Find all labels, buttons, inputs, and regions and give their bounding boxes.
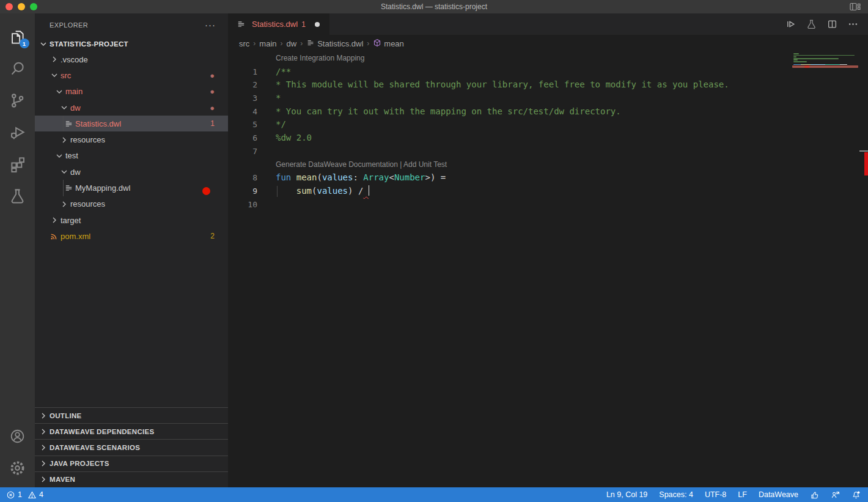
tree-item-label: dw [70, 103, 81, 113]
tree-item-target[interactable]: target [35, 212, 228, 228]
line-number[interactable]: 1 [228, 65, 257, 79]
section-title: DATAWEAVE SCENARIOS [50, 444, 140, 451]
tree-item-project-root[interactable]: STATISTICS-PROJECT [35, 37, 228, 51]
warning-icon [28, 490, 37, 500]
sidebar-section-java-projects[interactable]: JAVA PROJECTS [35, 456, 228, 471]
line-content [257, 198, 276, 212]
codelens-action[interactable]: Create Integration Mapping [276, 52, 868, 65]
project-name: STATISTICS-PROJECT [50, 40, 128, 48]
minimize-window-button[interactable] [18, 3, 25, 10]
tree-item-resources[interactable]: resources [35, 196, 228, 212]
feedback-thumbsup-icon[interactable] [810, 490, 819, 500]
close-window-button[interactable] [6, 3, 13, 10]
code-line-3: 3* [228, 92, 868, 105]
codelens-action[interactable]: Generate DataWeave Documentation | Add U… [276, 158, 868, 172]
minimap-error-line [792, 65, 858, 67]
tree-item-src[interactable]: src● [35, 67, 228, 83]
code-lines[interactable]: Create Integration Mapping1/**2* This mo… [228, 52, 868, 211]
tree-item-label: resources [70, 135, 105, 144]
breadcrumb-item-src[interactable]: src [239, 39, 249, 48]
problems-indicator[interactable]: 1 4 [6, 490, 43, 500]
sidebar-section-outline[interactable]: OUTLINE [35, 407, 228, 423]
source-control-icon[interactable] [4, 84, 32, 116]
status-item-ln-9-col-19[interactable]: Ln 9, Col 19 [606, 490, 647, 499]
tree-item-label: Statistics.dwl [75, 119, 121, 128]
status-bar-right: Ln 9, Col 19Spaces: 4UTF-8LFDataWeave [606, 490, 861, 500]
minimap-line [793, 61, 807, 62]
more-actions-icon[interactable] [848, 19, 858, 29]
sidebar-section-dataweave-scenarios[interactable]: DATAWEAVE SCENARIOS [35, 439, 228, 455]
tree-item-label: dw [70, 168, 81, 177]
line-content: * [257, 92, 281, 105]
tree-item-dw[interactable]: dw● [35, 100, 228, 116]
run-and-debug-icon[interactable] [4, 116, 32, 148]
line-number[interactable]: 4 [228, 105, 257, 119]
section-title: DATAWEAVE DEPENDENCIES [50, 428, 154, 435]
file-icon [306, 39, 315, 49]
tree-item-resources[interactable]: resources [35, 131, 228, 147]
tree-item--vscode[interactable]: .vscode [35, 51, 228, 67]
search-icon[interactable] [4, 53, 32, 84]
status-item-utf-8[interactable]: UTF-8 [705, 490, 726, 499]
indent-guide [63, 180, 64, 196]
minimap[interactable] [792, 52, 858, 487]
beaker-icon[interactable] [806, 19, 817, 29]
problem-count-badge: 1 [210, 119, 228, 128]
status-item-lf[interactable]: LF [738, 490, 747, 499]
extensions-icon[interactable] [4, 148, 32, 180]
line-number[interactable]: 5 [228, 118, 257, 131]
status-item-dataweave[interactable]: DataWeave [759, 490, 798, 499]
breadcrumb-item-statistics-dwl[interactable]: Statistics.dwl [306, 39, 363, 49]
notifications-bell-icon[interactable] [851, 490, 861, 500]
sidebar-section-dataweave-dependencies[interactable]: DATAWEAVE DEPENDENCIES [35, 423, 228, 439]
line-number[interactable]: 9 [228, 185, 257, 198]
zoom-window-button[interactable] [30, 3, 37, 10]
status-item-spaces-4[interactable]: Spaces: 4 [659, 490, 693, 499]
chevron-right-icon [39, 411, 50, 421]
problem-count-badge: 2 [210, 232, 228, 240]
code-editor[interactable]: Create Integration Mapping1/**2* This mo… [228, 52, 868, 487]
run-mapping-icon[interactable] [785, 19, 796, 29]
line-content: fun mean(values: Array<Number>) = [257, 171, 446, 185]
tree-item-dw[interactable]: dw [35, 164, 228, 180]
sidebar-section-maven[interactable]: MAVEN [35, 471, 228, 487]
chevron-right-icon [59, 199, 70, 209]
line-number[interactable]: 8 [228, 171, 257, 185]
tree-item-label: main [65, 87, 83, 96]
tree-item-main[interactable]: main● [35, 84, 228, 100]
overview-ruler[interactable] [859, 52, 868, 487]
more-actions-icon[interactable]: ··· [205, 22, 216, 28]
code-line-1: 1/** [228, 65, 868, 79]
breadcrumb-label: Statistics.dwl [317, 39, 363, 48]
breadcrumb-label: main [259, 39, 276, 48]
breadcrumb-separator: › [367, 39, 369, 48]
settings-gear-icon[interactable] [4, 452, 32, 484]
tree-item-test[interactable]: test [35, 148, 228, 164]
accounts-icon[interactable] [4, 420, 32, 452]
line-number[interactable]: 2 [228, 78, 257, 92]
tab-bar: Statistics.dwl 1 [228, 13, 868, 35]
breadcrumb-separator: › [300, 39, 303, 48]
tree-item-label: src [61, 71, 71, 80]
breadcrumb-item-mean[interactable]: mean [373, 39, 404, 49]
chevron-right-icon [50, 215, 61, 225]
file-tree: .vscodesrc●main●dw●Statistics.dwl1resour… [35, 51, 228, 245]
split-editor-icon[interactable] [827, 19, 837, 29]
ruler-cursor-marker [859, 150, 868, 152]
explorer-icon[interactable]: 1 [4, 21, 32, 53]
line-number[interactable]: 10 [228, 198, 257, 212]
modified-dot-icon[interactable] [315, 22, 320, 27]
share-account-icon[interactable] [831, 490, 840, 500]
tree-item-statistics-dwl[interactable]: Statistics.dwl1 [35, 116, 228, 131]
line-number[interactable]: 3 [228, 92, 257, 105]
tab-statistics-dwl[interactable]: Statistics.dwl 1 [228, 13, 329, 35]
breadcrumb-item-dw[interactable]: dw [287, 39, 297, 48]
tree-item-mymapping-dwl[interactable]: MyMapping.dwl [35, 180, 228, 196]
line-number[interactable]: 7 [228, 145, 257, 158]
line-number[interactable]: 6 [228, 131, 257, 145]
tree-item-pom-xml[interactable]: pom.xml2 [35, 228, 228, 244]
breadcrumb-item-main[interactable]: main [259, 39, 276, 48]
code-line-9: 9 sum(values) / [228, 185, 868, 198]
testing-icon[interactable] [4, 180, 32, 212]
layout-controls-icon[interactable] [850, 2, 861, 11]
